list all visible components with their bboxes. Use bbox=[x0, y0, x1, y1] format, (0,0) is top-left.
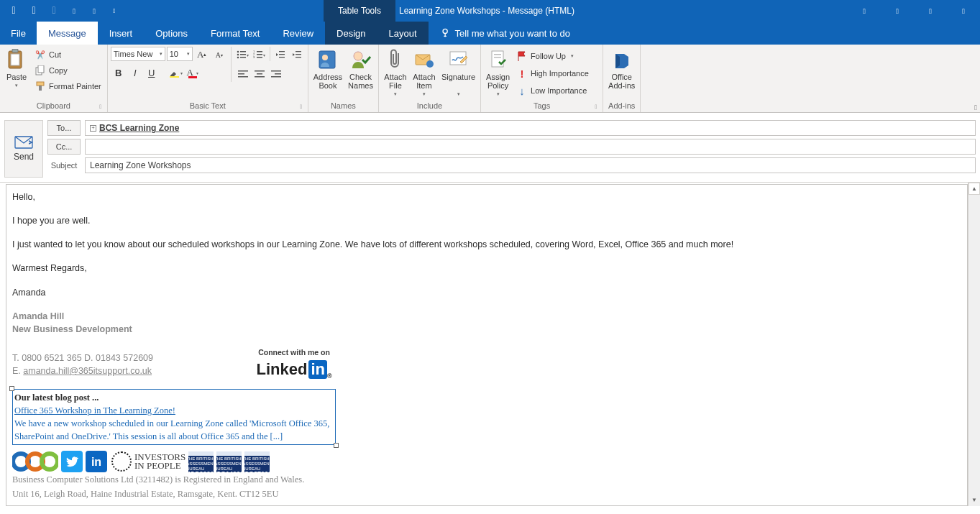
grow-font-icon[interactable]: A▴ bbox=[194, 47, 210, 63]
svg-rect-3 bbox=[11, 54, 19, 65]
blog-link[interactable]: Office 365 Workshop in The Learning Zone… bbox=[14, 405, 175, 416]
send-button[interactable]: Send bbox=[4, 120, 43, 178]
svg-rect-21 bbox=[279, 51, 285, 52]
expand-icon[interactable]: + bbox=[90, 125, 96, 132]
bold-icon[interactable]: B bbox=[111, 65, 127, 81]
scroll-up-icon[interactable]: ▲ bbox=[968, 183, 980, 195]
signature-name: Amanda Hill bbox=[12, 311, 64, 321]
address-book-button[interactable]: Address Book bbox=[311, 47, 344, 98]
shrink-font-icon[interactable]: A▾ bbox=[211, 47, 227, 63]
attach-item-button[interactable]: Attach Item ▾ bbox=[411, 47, 438, 98]
attach-file-button[interactable]: Attach File ▾ bbox=[382, 47, 409, 98]
tab-file[interactable]: File bbox=[0, 22, 37, 45]
body-line: I hope you are well. bbox=[12, 214, 961, 227]
down-icon[interactable]:  bbox=[85, 1, 104, 20]
body-scrollbar[interactable]: ▲ ▼ bbox=[968, 183, 980, 506]
svg-point-37 bbox=[322, 55, 328, 60]
cut-button[interactable]: ✂️Cut bbox=[32, 47, 104, 63]
twitter-icon[interactable] bbox=[61, 451, 83, 472]
linkedin-badge[interactable]: Connect with me on Linkedin® bbox=[257, 347, 332, 381]
italic-icon[interactable]: I bbox=[127, 65, 143, 81]
body-wrap: Hello, I hope you are well. I just wante… bbox=[0, 183, 980, 506]
tab-message[interactable]: Message bbox=[37, 22, 98, 45]
close-icon[interactable]:  bbox=[947, 0, 980, 22]
font-color-icon[interactable]: A▾ bbox=[185, 65, 201, 81]
signature-email-link[interactable]: amanda.hill@365itsupport.co.uk bbox=[23, 366, 152, 376]
signature-role: New Business Development bbox=[12, 324, 132, 334]
align-right-icon[interactable] bbox=[268, 66, 284, 82]
blog-table[interactable]: Our latest blog post ... Office 365 Work… bbox=[12, 389, 336, 446]
bullets-icon[interactable]: ▾ bbox=[235, 47, 251, 63]
font-select[interactable]: Times New▾ bbox=[111, 47, 165, 61]
clipboard-launcher-icon[interactable]:  bbox=[96, 101, 106, 111]
to-recipient[interactable]: BCS Learning Zone bbox=[99, 123, 179, 133]
collapse-ribbon-icon[interactable]:  bbox=[974, 104, 977, 111]
outdent-icon[interactable] bbox=[273, 47, 288, 63]
svg-rect-43 bbox=[494, 54, 501, 55]
minimize-icon[interactable]:  bbox=[881, 0, 914, 22]
svg-rect-35 bbox=[271, 76, 281, 78]
message-body[interactable]: Hello, I hope you are well. I just wante… bbox=[6, 184, 968, 506]
subject-field[interactable]: Learning Zone Workshops bbox=[85, 157, 976, 173]
font-size-select[interactable]: 10▾ bbox=[167, 47, 193, 61]
tab-review[interactable]: Review bbox=[271, 22, 325, 45]
cc-button[interactable]: Cc... bbox=[47, 139, 81, 155]
scroll-down-icon[interactable]: ▼ bbox=[968, 494, 980, 506]
highlight-icon[interactable]: ▾ bbox=[168, 65, 184, 81]
tab-design[interactable]: Design bbox=[325, 22, 377, 45]
group-basic-text: Times New▾ 10▾ A▴ A▾ B I U ▾ A▾ bbox=[108, 45, 308, 112]
send-icon bbox=[14, 136, 33, 149]
low-importance-button[interactable]: ↓Low Importance bbox=[513, 83, 592, 98]
check-names-label: Check Names bbox=[348, 73, 373, 90]
resize-handle-icon[interactable] bbox=[9, 386, 14, 391]
tags-launcher-icon[interactable]:  bbox=[591, 101, 601, 111]
align-center-icon[interactable] bbox=[252, 66, 267, 82]
copy-button[interactable]: Copy bbox=[32, 63, 104, 78]
redo-icon[interactable]:  bbox=[45, 1, 63, 20]
ribbon: Paste ▾ ✂️Cut Copy Format Painter Clipbo… bbox=[0, 45, 980, 113]
tab-format-text[interactable]: Format Text bbox=[199, 22, 271, 45]
ribbon-display-icon[interactable]:  bbox=[848, 0, 881, 22]
resize-handle-icon[interactable] bbox=[334, 443, 339, 448]
to-field[interactable]: + BCS Learning Zone bbox=[85, 120, 976, 136]
paste-button[interactable]: Paste ▾ bbox=[3, 47, 30, 98]
svg-rect-23 bbox=[279, 57, 285, 58]
follow-up-button[interactable]: Follow Up▾ bbox=[513, 48, 592, 64]
high-importance-button[interactable]: !High Importance bbox=[513, 65, 592, 81]
svg-rect-16 bbox=[257, 51, 262, 52]
svg-rect-28 bbox=[238, 73, 244, 75]
svg-rect-22 bbox=[279, 54, 285, 55]
up-icon[interactable]:  bbox=[65, 1, 83, 20]
align-left-icon[interactable] bbox=[235, 66, 251, 82]
to-button[interactable]: To... bbox=[47, 120, 81, 136]
basictext-launcher-icon[interactable]:  bbox=[296, 101, 306, 111]
format-painter-button[interactable]: Format Painter bbox=[32, 78, 104, 94]
tab-insert[interactable]: Insert bbox=[98, 22, 145, 45]
tab-options[interactable]: Options bbox=[144, 22, 199, 45]
underline-icon[interactable]: U bbox=[144, 65, 160, 81]
svg-rect-29 bbox=[238, 76, 248, 78]
linkedin-icon[interactable]: in bbox=[86, 451, 107, 472]
tell-me-search[interactable]: Tell me what you want to do bbox=[429, 22, 570, 45]
paste-label: Paste bbox=[6, 73, 27, 81]
svg-rect-6 bbox=[37, 82, 44, 86]
undo-icon[interactable]:  bbox=[24, 1, 43, 20]
check-names-button[interactable]: Check Names bbox=[346, 47, 375, 98]
maximize-icon[interactable]:  bbox=[914, 0, 947, 22]
save-icon[interactable]:  bbox=[4, 1, 23, 20]
blog-title: Our latest blog post ... bbox=[14, 393, 99, 403]
cc-field[interactable] bbox=[85, 139, 976, 155]
paperclip-icon bbox=[384, 48, 407, 71]
flag-icon bbox=[516, 50, 528, 62]
body-line: Warmest Regards, bbox=[12, 262, 961, 275]
address-book-label: Address Book bbox=[313, 73, 342, 90]
qat-more-icon[interactable]:  bbox=[105, 1, 124, 20]
tab-layout[interactable]: Layout bbox=[377, 22, 429, 45]
assign-policy-button[interactable]: Assign Policy ▾ bbox=[484, 47, 512, 98]
office-addins-button[interactable]: Office Add-ins bbox=[606, 47, 637, 98]
indent-icon[interactable] bbox=[289, 47, 305, 63]
svg-point-13 bbox=[237, 57, 239, 59]
svg-rect-14 bbox=[240, 57, 246, 58]
numbering-icon[interactable]: 123▾ bbox=[252, 47, 267, 63]
signature-button[interactable]: Signature▾ bbox=[439, 47, 477, 98]
